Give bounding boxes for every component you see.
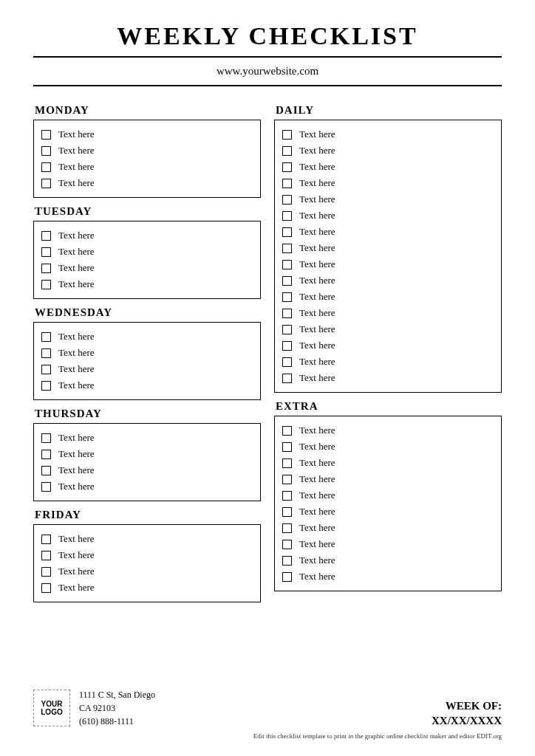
list-item: Text here — [41, 563, 253, 580]
checkbox-icon[interactable] — [41, 482, 51, 492]
footnote: Edit this checklist template to print in… — [33, 732, 502, 740]
list-item: Text here — [41, 244, 253, 260]
item-text: Text here — [58, 246, 95, 258]
section-box-thursday: Text hereText hereText hereText here — [33, 423, 261, 501]
section-box-friday: Text hereText hereText hereText here — [33, 524, 261, 602]
checkbox-icon[interactable] — [282, 507, 292, 517]
list-item: Text here — [282, 256, 494, 272]
checkbox-icon[interactable] — [41, 162, 51, 172]
checkbox-icon[interactable] — [282, 341, 292, 351]
item-text: Text here — [299, 489, 335, 501]
week-of-label: WEEK OF: — [432, 699, 502, 714]
list-item: Text here — [282, 159, 494, 175]
checkbox-icon[interactable] — [282, 357, 292, 367]
item-text: Text here — [299, 128, 335, 140]
checkbox-icon[interactable] — [282, 540, 292, 549]
checkbox-icon[interactable] — [282, 130, 292, 140]
list-item: Text here — [282, 191, 494, 207]
checkbox-icon[interactable] — [41, 247, 51, 257]
item-text: Text here — [299, 554, 335, 566]
subtitle: www.yourwebsite.com — [33, 58, 502, 85]
list-item: Text here — [41, 260, 253, 276]
item-text: Text here — [299, 275, 335, 286]
checkbox-icon[interactable] — [282, 572, 292, 582]
checkbox-icon[interactable] — [41, 551, 51, 560]
item-text: Text here — [299, 193, 335, 205]
checkbox-icon[interactable] — [41, 231, 51, 241]
checkbox-icon[interactable] — [41, 280, 51, 289]
list-item: Text here — [282, 305, 494, 321]
checkbox-icon[interactable] — [41, 365, 51, 374]
list-item: Text here — [41, 142, 253, 159]
list-item: Text here — [282, 568, 494, 585]
checkbox-icon[interactable] — [41, 583, 51, 593]
checkbox-icon[interactable] — [282, 475, 292, 484]
list-item: Text here — [282, 487, 494, 504]
item-text: Text here — [299, 457, 335, 469]
list-item: Text here — [41, 227, 253, 244]
section-title-extra: EXTRA — [276, 400, 502, 413]
item-text: Text here — [299, 425, 335, 436]
list-item: Text here — [41, 361, 253, 377]
checkbox-icon[interactable] — [41, 450, 51, 459]
checkbox-icon[interactable] — [41, 264, 51, 273]
list-item: Text here — [282, 289, 494, 305]
checkbox-icon[interactable] — [41, 381, 51, 391]
list-item: Text here — [282, 354, 494, 370]
item-text: Text here — [299, 372, 335, 384]
divider-bottom — [33, 85, 502, 86]
checkbox-icon[interactable] — [41, 348, 51, 358]
checkbox-icon[interactable] — [282, 523, 292, 533]
checkbox-icon[interactable] — [41, 433, 51, 443]
checkbox-icon[interactable] — [41, 567, 51, 577]
list-item: Text here — [282, 240, 494, 256]
checkbox-icon[interactable] — [282, 195, 292, 205]
list-item: Text here — [41, 430, 253, 446]
item-text: Text here — [58, 128, 95, 140]
contact-info: 1111 C St, San Diego CA 92103 (610) 888-… — [79, 688, 155, 728]
checkbox-icon[interactable] — [282, 162, 292, 172]
item-text: Text here — [299, 323, 335, 335]
checkbox-icon[interactable] — [282, 292, 292, 302]
item-text: Text here — [58, 161, 95, 173]
checkbox-icon[interactable] — [282, 244, 292, 253]
checkbox-icon[interactable] — [282, 458, 292, 468]
item-text: Text here — [58, 331, 95, 343]
checkbox-icon[interactable] — [282, 227, 292, 237]
checkbox-icon[interactable] — [282, 491, 292, 501]
checkbox-icon[interactable] — [282, 179, 292, 188]
item-text: Text here — [58, 347, 95, 359]
checkbox-icon[interactable] — [41, 146, 51, 156]
checkbox-icon[interactable] — [41, 466, 51, 475]
checkbox-icon[interactable] — [282, 260, 292, 269]
list-item: Text here — [41, 462, 253, 478]
list-item: Text here — [41, 329, 253, 345]
checkbox-icon[interactable] — [282, 276, 292, 286]
footer-right: WEEK OF: XX/XX/XXXX — [432, 699, 502, 728]
address-line-2: CA 92103 — [79, 701, 155, 715]
list-item: Text here — [282, 422, 494, 439]
item-text: Text here — [299, 145, 335, 157]
list-item: Text here — [41, 377, 253, 394]
checkbox-icon[interactable] — [282, 146, 292, 156]
item-text: Text here — [58, 432, 95, 444]
item-text: Text here — [58, 145, 95, 157]
checkbox-icon[interactable] — [282, 309, 292, 318]
list-item: Text here — [282, 126, 494, 142]
checkbox-icon[interactable] — [41, 179, 51, 188]
page-title: WEEKLY CHECKLIST — [33, 22, 502, 50]
checkbox-icon[interactable] — [41, 332, 51, 342]
item-text: Text here — [299, 210, 335, 221]
checkbox-icon[interactable] — [282, 211, 292, 221]
checkbox-icon[interactable] — [41, 130, 51, 140]
checkbox-icon[interactable] — [282, 556, 292, 566]
section-title-daily: DAILY — [276, 104, 502, 117]
item-text: Text here — [58, 533, 95, 545]
list-item: Text here — [41, 175, 253, 191]
checkbox-icon[interactable] — [282, 325, 292, 334]
list-item: Text here — [282, 439, 494, 455]
checkbox-icon[interactable] — [282, 374, 292, 383]
checkbox-icon[interactable] — [41, 535, 51, 544]
checkbox-icon[interactable] — [282, 426, 292, 436]
checkbox-icon[interactable] — [282, 442, 292, 452]
